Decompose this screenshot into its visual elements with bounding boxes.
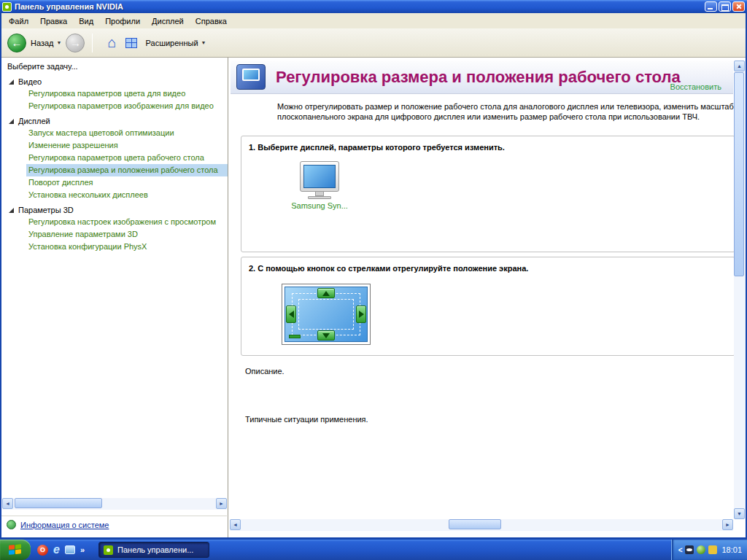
expand-triangle-icon[interactable]: [9, 119, 14, 124]
system-info-icon: [7, 520, 16, 529]
windows-flag-icon: [9, 544, 22, 556]
system-tray: < 18:01: [671, 540, 747, 560]
show-desktop-icon[interactable]: [65, 545, 75, 554]
main-horizontal-scrollbar[interactable]: ◄ ►: [230, 519, 733, 531]
tray-collapse-icon[interactable]: <: [678, 546, 683, 554]
tree-item[interactable]: Регулировка параметров цвета для видео: [26, 88, 228, 100]
sidebar-horizontal-scrollbar[interactable]: ◄ ►: [2, 498, 227, 510]
page-header: Регулировка размера и положения рабочего…: [231, 61, 733, 94]
tray-nview-icon[interactable]: [685, 545, 694, 554]
start-button[interactable]: [0, 540, 31, 560]
window-controls: [705, 1, 745, 12]
tree-group-label: Параметры 3D: [18, 206, 74, 214]
position-down-button[interactable]: [317, 330, 335, 341]
close-button[interactable]: [732, 1, 745, 12]
mini-taskbar-graphic: [289, 335, 301, 338]
back-button[interactable]: ←: [7, 34, 26, 52]
taskbar-task-button[interactable]: Панель управлени...: [98, 542, 209, 558]
quick-launch-overflow-icon[interactable]: »: [80, 545, 85, 554]
window-title: Панель управления NVIDIA: [15, 2, 123, 11]
view-mode-grid-icon: [125, 38, 137, 48]
display-settings-icon: [236, 64, 266, 90]
monitor-base: [308, 196, 331, 199]
home-icon[interactable]: ⌂: [107, 34, 116, 51]
menu-bar: Файл Правка Вид Профили Дисплей Справка: [1, 13, 746, 28]
minimize-button[interactable]: [705, 1, 717, 12]
toolbar-separator: [92, 34, 93, 52]
tree-group-video[interactable]: Видео: [1, 76, 228, 88]
tree-group-label: Видео: [18, 77, 42, 86]
scroll-left-button[interactable]: ◄: [2, 498, 13, 509]
sidebar-divider: [1, 516, 227, 516]
menu-file[interactable]: Файл: [3, 15, 34, 28]
taskbar-clock: 18:01: [721, 545, 742, 554]
scroll-right-button[interactable]: ►: [722, 519, 733, 530]
display-name-label: Samsung Syn...: [287, 201, 352, 210]
system-info-row: Информация о системе: [7, 520, 109, 529]
tree-item[interactable]: Регулировка настроек изображения с просм…: [26, 216, 228, 228]
restore-button[interactable]: [719, 1, 731, 12]
scroll-left-button[interactable]: ◄: [230, 519, 241, 530]
expand-triangle-icon[interactable]: [9, 79, 14, 85]
forward-arrow-icon: →: [70, 36, 81, 49]
task-button-label: Панель управлени...: [117, 545, 193, 554]
tree-item[interactable]: Изменение разрешения: [26, 139, 228, 152]
step1-section: 1. Выберите дисплей, параметры которого …: [241, 136, 735, 252]
view-mode-dropdown-icon[interactable]: ▼: [201, 40, 206, 45]
back-label: Назад: [31, 39, 54, 47]
scrollbar-thumb[interactable]: [734, 72, 744, 276]
tree-item-selected[interactable]: Регулировка размера и положения рабочего…: [26, 164, 228, 176]
restore-link[interactable]: Восстановить: [670, 82, 721, 91]
typical-scenarios-label: Типичные ситуации применения.: [245, 415, 368, 424]
quick-launch-ie-icon[interactable]: e: [53, 545, 60, 555]
task-sidebar: Выберите задачу... Видео Регулировка пар…: [1, 58, 228, 538]
menu-display[interactable]: Дисплей: [146, 15, 190, 28]
page-title: Регулировка размера и положения рабочего…: [276, 68, 681, 87]
view-mode-label[interactable]: Расширенный: [146, 39, 198, 47]
tree-item[interactable]: Управление параметрами 3D: [26, 228, 228, 241]
description-label: Описание.: [245, 367, 285, 376]
tree-item[interactable]: Установка конфигурации PhysX: [26, 241, 228, 253]
quick-launch-opera-icon[interactable]: O: [37, 545, 48, 556]
position-right-button[interactable]: [356, 306, 366, 323]
step2-heading: 2. С помощью кнопок со стрелками отрегул…: [249, 264, 528, 273]
window-border-left: [0, 13, 1, 538]
monitor-icon[interactable]: [300, 161, 339, 192]
system-info-link[interactable]: Информация о системе: [20, 521, 109, 529]
expand-triangle-icon[interactable]: [9, 208, 14, 213]
nvidia-control-panel-window: Панель управления NVIDIA Файл Правка Вид…: [0, 0, 747, 560]
tree-item[interactable]: Запуск мастера цветовой оптимизации: [26, 127, 228, 139]
tree-item[interactable]: Регулировка параметров цвета рабочего ст…: [26, 152, 228, 164]
scrollbar-thumb[interactable]: [15, 498, 102, 508]
position-up-button[interactable]: [317, 288, 335, 298]
nvidia-task-icon: [104, 545, 113, 555]
tray-nvidia-icon[interactable]: [697, 545, 705, 554]
scroll-right-button[interactable]: ►: [216, 498, 227, 509]
menu-view[interactable]: Вид: [73, 15, 99, 28]
display-thumbnail[interactable]: Samsung Syn...: [287, 161, 352, 210]
tree-item[interactable]: Регулировка параметров изображения для в…: [26, 100, 228, 112]
inner-dashed-frame: [298, 299, 354, 330]
menu-edit[interactable]: Правка: [34, 15, 73, 28]
taskbar: O e » Панель управлени... < 18:01: [0, 540, 747, 560]
sidebar-header: Выберите задачу...: [1, 58, 228, 73]
menu-help[interactable]: Справка: [190, 15, 233, 28]
forward-button[interactable]: →: [66, 34, 85, 52]
scroll-up-button[interactable]: ▲: [734, 61, 745, 71]
menu-profiles[interactable]: Профили: [99, 15, 146, 28]
tree-item[interactable]: Установка нескольких дисплеев: [26, 189, 228, 201]
back-arrow-icon: ←: [12, 36, 23, 49]
tree-item[interactable]: Поворот дисплея: [26, 176, 228, 189]
main-vertical-scrollbar[interactable]: ▲ ▼: [734, 61, 746, 519]
toolbar: ← Назад ▼ → ⌂ Расширенный ▼: [1, 28, 746, 58]
screen-position-control: [282, 284, 371, 345]
tray-language-icon[interactable]: [708, 545, 717, 554]
tree-group-3d[interactable]: Параметры 3D: [1, 204, 228, 216]
back-dropdown-icon[interactable]: ▼: [57, 40, 62, 45]
scrollbar-thumb[interactable]: [449, 519, 501, 529]
scroll-down-button[interactable]: ▼: [734, 508, 745, 519]
position-left-button[interactable]: [286, 306, 296, 323]
title-bar: Панель управления NVIDIA: [0, 0, 747, 13]
tree-group-display[interactable]: Дисплей: [1, 115, 228, 127]
tree-group-label: Дисплей: [18, 117, 50, 125]
